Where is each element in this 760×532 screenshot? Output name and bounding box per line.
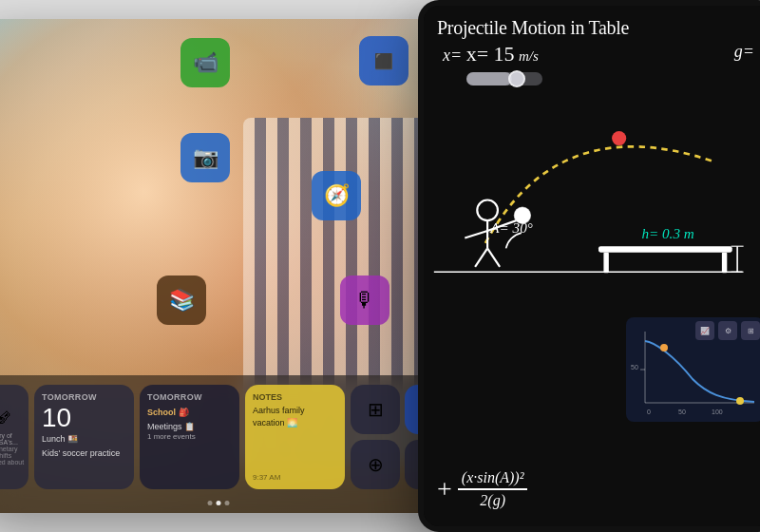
velocity-value: x= 15 <box>466 42 515 66</box>
calendar-event1: Lunch 🍱 <box>42 433 126 446</box>
physics-content: Projectile Motion in Table x= x= 15 m/s … <box>424 6 760 526</box>
person-leg-right <box>487 248 500 266</box>
svg-text:50: 50 <box>678 408 686 415</box>
graph-area: 📈 ⚙ ⊞ 50 100 0 50 <box>626 317 760 422</box>
graph-svg: 50 100 0 50 <box>626 327 759 422</box>
physics-title: Projectile Motion in Table <box>437 17 760 39</box>
news-text3: worried about <box>0 459 24 466</box>
physics-screen: Projectile Motion in Table x= x= 15 m/s … <box>424 6 760 526</box>
g-label: g= <box>734 42 754 62</box>
trajectory-apex-dot <box>612 131 626 145</box>
calendar-event2: Kids' soccer practice <box>42 447 126 460</box>
bottom-widgets-bar: 🗞 ery of NASA's... planetary shifts worr… <box>0 375 466 513</box>
table-leg-right <box>722 253 727 274</box>
square-icon[interactable]: ⬛ <box>359 36 408 86</box>
formula-plus: + <box>437 474 452 504</box>
svg-text:100: 100 <box>712 408 723 415</box>
svg-point-6 <box>660 344 668 352</box>
compass-icon[interactable]: 🧭 <box>312 171 361 220</box>
person-head <box>477 200 498 220</box>
svg-text:50: 50 <box>631 364 638 370</box>
h-label-text: h= 0.3 m <box>641 225 694 241</box>
widget-notes[interactable]: Notes Aarhus family vacation 🌅 9:37 AM <box>245 385 345 489</box>
velocity-label: x= <box>443 46 466 65</box>
page-indicator <box>208 501 230 505</box>
left-tablet: 📹 ⬛ 📷 🧭 📚 🎙 🗞 ery of NASA's... planetary… <box>0 19 466 513</box>
dot-2 <box>217 501 221 505</box>
formula-denominator: 2(g) <box>476 490 509 509</box>
svg-point-7 <box>736 397 744 405</box>
velocity-unit: m/s <box>519 48 539 64</box>
books-icon[interactable]: 📚 <box>157 276 206 325</box>
widget-calendar[interactable]: Tomorrow 10 Lunch 🍱 Kids' soccer practic… <box>34 385 134 489</box>
calendar-day: 10 <box>42 405 71 431</box>
schedule-title: Tomorrow <box>147 392 232 402</box>
calendar-title: Tomorrow <box>42 392 126 402</box>
widget-news[interactable]: 🗞 ery of NASA's... planetary shifts worr… <box>0 385 28 489</box>
news-text: ery of NASA's... <box>0 432 25 446</box>
table-leg-left <box>603 253 608 274</box>
notes-content: Aarhus family vacation 🌅 <box>253 405 337 428</box>
camera-icon[interactable]: 📷 <box>180 133 230 182</box>
notes-time: 9:37 AM <box>253 473 337 482</box>
podcast-icon[interactable]: 🎙 <box>340 276 390 325</box>
notes-title: Notes <box>253 392 337 402</box>
angle-text: A= 30° <box>489 219 532 236</box>
schedule-school: School 🎒 <box>147 407 232 419</box>
widget-icon-grid[interactable]: ⊞ <box>351 385 400 434</box>
velocity-section: x= x= 15 m/s <box>443 42 539 66</box>
formula-numerator: (x·sin(A))² <box>458 469 528 490</box>
formula-area: + (x·sin(A))² 2(g) <box>437 469 527 509</box>
dot-1 <box>208 501 213 505</box>
facetime-icon[interactable]: 📹 <box>180 38 230 87</box>
formula-fraction: (x·sin(A))² 2(g) <box>458 469 528 509</box>
news-text2: planetary shifts <box>0 446 25 459</box>
widget-schedule[interactable]: Tomorrow School 🎒 Meetings 📋 1 more even… <box>140 385 239 489</box>
person-leg-left <box>475 248 487 266</box>
schedule-more: 1 more events <box>147 432 232 441</box>
physics-diagram: A= 30° h= 0.3 m <box>424 77 760 286</box>
svg-text:0: 0 <box>647 408 651 415</box>
right-tablet: Projectile Motion in Table x= x= 15 m/s … <box>418 0 760 532</box>
widget-icon-dial[interactable]: ⊕ <box>351 440 400 489</box>
schedule-meetings: Meetings 📋 <box>147 421 232 433</box>
dot-3 <box>225 501 230 505</box>
person-arm-left <box>465 231 487 238</box>
table-top <box>598 246 732 252</box>
